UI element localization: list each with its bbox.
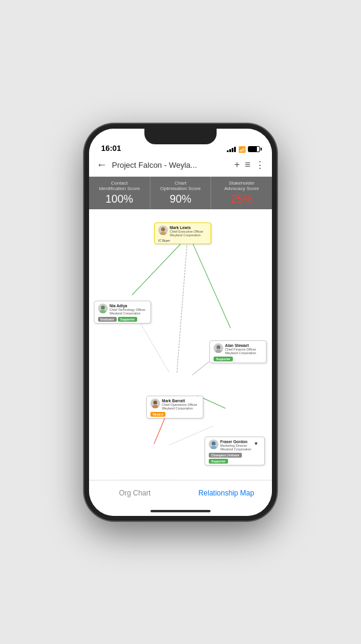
svg-point-8 [161, 227, 165, 231]
battery-icon [248, 146, 260, 152]
avatar-mark-lewis [158, 225, 168, 235]
person-title: Chief Executive Officer [170, 230, 207, 234]
phone-notch [144, 129, 217, 144]
add-button[interactable]: + [234, 159, 239, 170]
relationship-map-canvas: Mark Lewis Chief Executive Officer Weyla… [89, 209, 272, 480]
status-time: 16:01 [101, 144, 121, 153]
contact-identification-score: ContactIdentification Score 100% [89, 177, 150, 209]
status-badge: Supporter [118, 317, 137, 322]
svg-point-10 [101, 305, 105, 309]
role-badge: Evaluator [98, 317, 117, 322]
contact-score-value: 100% [91, 193, 147, 206]
person-card-alan-stewart[interactable]: Alan Stewart Chief Finance Officer Weyla… [209, 340, 267, 364]
home-indicator [89, 506, 272, 516]
back-button[interactable]: ← [96, 159, 107, 171]
person-title: Chief Technology Officer [110, 308, 147, 312]
person-company: Weyland Corporation [110, 311, 147, 315]
svg-point-17 [211, 446, 217, 449]
person-company: Weyland Corporation [162, 406, 199, 410]
svg-point-11 [100, 310, 106, 313]
person-company: Weyland Corporation [170, 233, 207, 237]
person-title: Chief Operations Officer [162, 403, 199, 407]
status-icons: 📶 [227, 146, 260, 153]
star-icon-fraser: ★ [254, 441, 258, 446]
person-name: Mark Lewis [170, 225, 207, 230]
person-company: Weyland Corporation [225, 351, 262, 355]
advocacy-score-value: 25% [214, 193, 270, 206]
svg-point-14 [153, 400, 157, 404]
status-badge: Supporter [214, 357, 233, 361]
avatar-mark-barratt [150, 399, 160, 408]
person-card-mark-barratt[interactable]: Mark Barratt Chief Operations Officer We… [146, 396, 203, 419]
tab-relationship-map[interactable]: Relationship Map [180, 480, 272, 506]
contact-score-label: ContactIdentification Score [91, 180, 147, 192]
bottom-tab-bar: Org Chart Relationship Map [89, 480, 272, 506]
advocacy-score-label: StakeholderAdvocacy Score [214, 180, 270, 192]
chart-score-label: ChartOptimisation Score [153, 180, 209, 192]
person-card-nia-adiya[interactable]: Nia Adiya Chief Technology Officer Weyla… [94, 301, 151, 324]
svg-point-16 [212, 441, 215, 445]
phone-frame: 16:01 📶 ← Project Falcon - Weyla... + ≡ … [84, 124, 277, 521]
page-title: Project Falcon - Weyla... [112, 161, 229, 170]
avatar-nia-adiya [98, 304, 108, 313]
chart-score-value: 90% [153, 193, 209, 206]
chart-optimisation-score: ChartOptimisation Score 90% [150, 177, 212, 209]
more-menu-button[interactable]: ⋮ [255, 159, 265, 171]
person-company: Weyland Corporation [220, 447, 261, 451]
person-card-fraser-gordon[interactable]: ★ Fraser Gordon Marketing Director Weyla… [205, 437, 265, 466]
avatar-fraser-gordon [209, 440, 218, 449]
person-name: Alan Stewart [225, 343, 262, 348]
view-toggle-button[interactable]: ≡ [245, 159, 250, 170]
avatar-alan-stewart [214, 343, 223, 353]
signal-icon [227, 146, 236, 152]
svg-point-15 [152, 405, 158, 408]
svg-line-2 [177, 242, 187, 372]
stakeholder-advocacy-score: StakeholderAdvocacy Score 25% [211, 177, 272, 209]
role-badge: Champion | Initiator [209, 453, 242, 458]
person-name: Mark Barratt [162, 399, 199, 403]
nav-bar: ← Project Falcon - Weyla... + ≡ ⋮ [89, 155, 272, 177]
person-name: Nia Adiya [110, 304, 147, 308]
tab-org-chart[interactable]: Org Chart [89, 480, 180, 506]
status-badge: Supporter [209, 459, 228, 464]
svg-point-12 [217, 345, 220, 349]
status-badge: Neutral [150, 412, 165, 417]
svg-point-9 [160, 232, 166, 235]
person-card-mark-lewis[interactable]: Mark Lewis Chief Executive Officer Weyla… [154, 222, 211, 245]
person-role: IC Buyer [158, 239, 170, 242]
wifi-icon: 📶 [238, 146, 245, 153]
person-title: Chief Finance Officer [225, 348, 262, 352]
svg-point-13 [215, 349, 221, 353]
svg-line-0 [132, 242, 182, 295]
svg-line-1 [193, 242, 231, 328]
scores-bar: ContactIdentification Score 100% ChartOp… [89, 177, 272, 209]
